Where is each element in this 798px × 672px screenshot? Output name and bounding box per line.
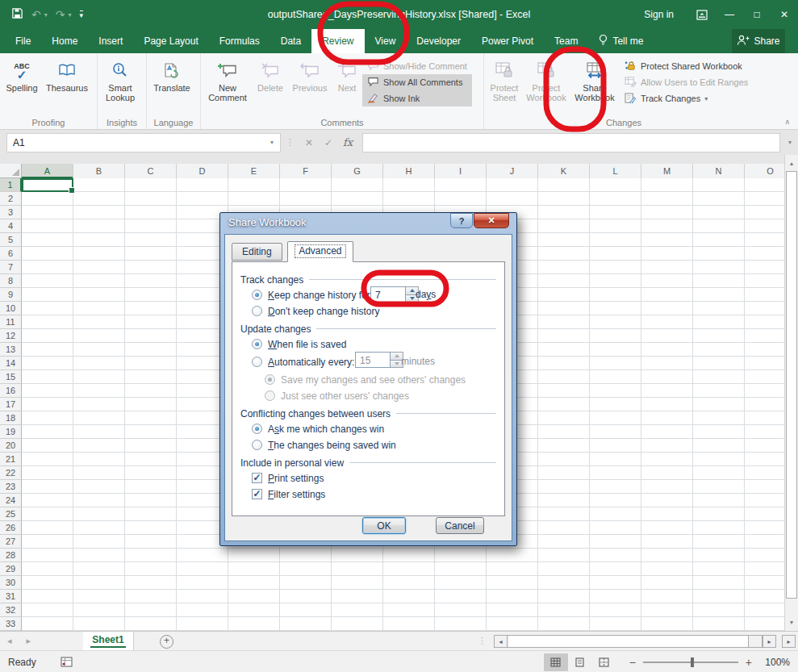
- row-header-24[interactable]: 24: [0, 494, 22, 507]
- radio-ask-me[interactable]: Ask me which changes win: [252, 422, 496, 436]
- row-header-2[interactable]: 2: [0, 192, 22, 206]
- row-header-29[interactable]: 29: [0, 562, 22, 576]
- row-header-21[interactable]: 21: [0, 453, 22, 466]
- selected-cell-a1[interactable]: [22, 178, 73, 192]
- next-comment-button[interactable]: Next: [332, 56, 362, 93]
- tab-team[interactable]: Team: [544, 29, 588, 53]
- insert-function-icon[interactable]: fx: [338, 136, 357, 148]
- zoom-out-icon[interactable]: −: [629, 656, 636, 669]
- dialog-help-button[interactable]: ?: [450, 213, 473, 228]
- radio-icon-dont[interactable]: [252, 306, 262, 316]
- row-header-18[interactable]: 18: [0, 411, 22, 425]
- row-header-9[interactable]: 9: [0, 288, 22, 302]
- tab-power-pivot[interactable]: Power Pivot: [471, 29, 544, 53]
- row-header-22[interactable]: 22: [0, 466, 22, 480]
- days-value[interactable]: 7: [370, 286, 406, 303]
- radio-changes-saved-win[interactable]: The changes being saved win: [252, 438, 496, 452]
- horizontal-scroll-thumb[interactable]: [509, 636, 749, 647]
- row-header-32[interactable]: 32: [0, 603, 22, 617]
- translate-button[interactable]: Translate: [148, 56, 195, 93]
- scroll-down-icon[interactable]: ▾: [785, 616, 798, 629]
- row-header-19[interactable]: 19: [0, 425, 22, 439]
- show-ink-button[interactable]: Show Ink: [362, 90, 472, 106]
- column-header-d[interactable]: D: [177, 164, 228, 178]
- allow-users-to-edit-ranges-button[interactable]: Allow Users to Edit Ranges: [620, 74, 757, 90]
- row-header-23[interactable]: 23: [0, 480, 22, 494]
- spelling-button[interactable]: ABC✓ Spelling: [2, 56, 42, 93]
- row-header-13[interactable]: 13: [0, 343, 22, 357]
- tab-home[interactable]: Home: [41, 29, 88, 53]
- redo-dropdown-icon[interactable]: ▾: [68, 11, 71, 19]
- zoom-in-icon[interactable]: +: [746, 656, 752, 669]
- scroll-up-icon[interactable]: ▴: [785, 157, 798, 170]
- dialog-tab-advanced[interactable]: Advanced: [287, 241, 353, 262]
- row-header-1[interactable]: 1: [0, 178, 22, 192]
- row-header-15[interactable]: 15: [0, 370, 22, 384]
- normal-view-button[interactable]: [544, 653, 568, 671]
- column-header-l[interactable]: L: [590, 164, 641, 178]
- tab-developer[interactable]: Developer: [406, 29, 471, 53]
- save-icon[interactable]: [11, 7, 23, 23]
- thesaurus-button[interactable]: Thesaurus: [42, 56, 92, 93]
- show-all-comments-button[interactable]: Show All Comments: [362, 74, 472, 90]
- tab-insert[interactable]: Insert: [88, 29, 133, 53]
- track-changes-button[interactable]: Track Changes ▾: [620, 90, 757, 106]
- smart-lookup-button[interactable]: Smart Lookup: [99, 56, 141, 102]
- protect-sheet-button[interactable]: Protect Sheet: [486, 56, 523, 102]
- protect-shared-workbook-button[interactable]: Protect Shared Workbook: [620, 58, 757, 74]
- name-box-dropdown-icon[interactable]: ▾: [264, 139, 280, 146]
- column-header-f[interactable]: F: [280, 164, 332, 178]
- radio-icon-when[interactable]: [252, 339, 262, 349]
- column-header-i[interactable]: I: [435, 164, 487, 178]
- dialog-close-button[interactable]: ✕: [474, 213, 509, 228]
- row-header-12[interactable]: 12: [0, 329, 22, 343]
- ok-button[interactable]: OK: [362, 517, 406, 534]
- zoom-slider[interactable]: [643, 662, 738, 663]
- radio-automatically-every[interactable]: Automatically every: 15 minutes: [252, 353, 496, 370]
- days-spinner[interactable]: 7: [370, 286, 419, 303]
- scroll-left-icon[interactable]: ◂: [494, 635, 508, 648]
- column-header-k[interactable]: K: [538, 164, 590, 178]
- new-sheet-button[interactable]: +: [160, 635, 173, 649]
- next-sheet-icon[interactable]: ▸: [19, 636, 39, 646]
- tab-page-layout[interactable]: Page Layout: [133, 29, 208, 53]
- row-header-20[interactable]: 20: [0, 439, 22, 453]
- radio-icon-saved-win[interactable]: [252, 440, 262, 450]
- macro-record-icon[interactable]: [61, 657, 73, 667]
- name-box[interactable]: A1 ▾: [6, 133, 281, 152]
- checkbox-print-settings[interactable]: ✓ Print settings: [252, 471, 496, 485]
- dialog-title[interactable]: Share Workbook: [228, 216, 307, 228]
- zoom-level[interactable]: 100%: [759, 657, 790, 668]
- row-header-28[interactable]: 28: [0, 549, 22, 562]
- share-workbook-button[interactable]: Share Workbook: [570, 56, 620, 102]
- column-header-m[interactable]: M: [641, 164, 693, 178]
- column-header-g[interactable]: G: [332, 164, 383, 178]
- row-header-33[interactable]: 33: [0, 617, 22, 631]
- row-header-30[interactable]: 30: [0, 576, 22, 590]
- delete-comment-button[interactable]: Delete: [253, 56, 288, 93]
- column-header-e[interactable]: E: [228, 164, 280, 178]
- show-hide-comment-button[interactable]: Show/Hide Comment: [362, 58, 472, 74]
- vertical-scroll-thumb[interactable]: [786, 171, 797, 599]
- row-header-6[interactable]: 6: [0, 247, 22, 261]
- row-header-14[interactable]: 14: [0, 357, 22, 370]
- fill-handle[interactable]: [69, 187, 75, 194]
- column-header-n[interactable]: N: [693, 164, 745, 178]
- column-header-j[interactable]: J: [487, 164, 538, 178]
- row-header-8[interactable]: 8: [0, 274, 22, 288]
- column-header-b[interactable]: B: [73, 164, 125, 178]
- expand-formula-bar-icon[interactable]: ▾: [783, 139, 796, 146]
- formula-input[interactable]: [362, 133, 780, 152]
- row-header-11[interactable]: 11: [0, 315, 22, 329]
- tab-view[interactable]: View: [365, 29, 407, 53]
- ribbon-display-options-icon[interactable]: [688, 0, 716, 29]
- tab-review[interactable]: Review: [311, 29, 364, 53]
- row-header-7[interactable]: 7: [0, 261, 22, 274]
- radio-keep-change-history[interactable]: Keep change history for: 7 days: [252, 288, 496, 302]
- zoom-slider-handle[interactable]: [691, 657, 694, 667]
- checkbox-icon-print[interactable]: ✓: [252, 473, 262, 483]
- row-header-10[interactable]: 10: [0, 302, 22, 315]
- page-break-preview-button[interactable]: [592, 653, 616, 671]
- previous-comment-button[interactable]: Previous: [288, 56, 332, 93]
- tab-formulas[interactable]: Formulas: [209, 29, 270, 53]
